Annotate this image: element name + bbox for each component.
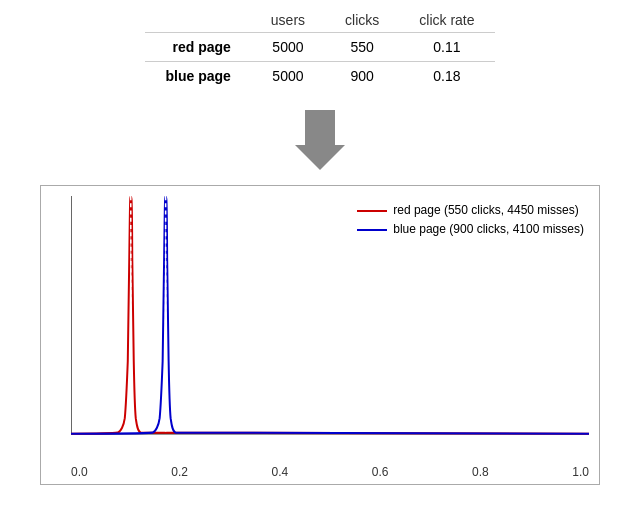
col-header-clickrate: click rate bbox=[399, 8, 494, 33]
arrow-section bbox=[0, 90, 640, 185]
table-row: blue page 5000 900 0.18 bbox=[145, 62, 494, 91]
x-axis-labels: 0.0 0.2 0.4 0.6 0.8 1.0 bbox=[71, 465, 589, 479]
row-label-blue: blue page bbox=[145, 62, 250, 91]
data-table: users clicks click rate red page 5000 55… bbox=[145, 8, 494, 90]
row-clickrate-blue: 0.18 bbox=[399, 62, 494, 91]
blue-curve bbox=[71, 197, 589, 434]
row-clicks-blue: 900 bbox=[325, 62, 399, 91]
down-arrow-icon bbox=[295, 110, 345, 170]
x-label-10: 1.0 bbox=[572, 465, 589, 479]
data-table-section: users clicks click rate red page 5000 55… bbox=[0, 0, 640, 90]
row-users-blue: 5000 bbox=[251, 62, 325, 91]
chart-svg bbox=[71, 196, 589, 444]
x-label-08: 0.8 bbox=[472, 465, 489, 479]
col-header-clicks: clicks bbox=[325, 8, 399, 33]
row-users-red: 5000 bbox=[251, 33, 325, 62]
x-label-02: 0.2 bbox=[171, 465, 188, 479]
x-label-0: 0.0 bbox=[71, 465, 88, 479]
table-row: red page 5000 550 0.11 bbox=[145, 33, 494, 62]
col-header-users: users bbox=[251, 8, 325, 33]
red-curve bbox=[71, 197, 589, 434]
chart-section: red page (550 clicks, 4450 misses) blue … bbox=[0, 185, 640, 485]
row-clicks-red: 550 bbox=[325, 33, 399, 62]
x-label-06: 0.6 bbox=[372, 465, 389, 479]
chart-inner bbox=[71, 196, 589, 444]
distribution-chart: red page (550 clicks, 4450 misses) blue … bbox=[40, 185, 600, 485]
col-header-label bbox=[145, 8, 250, 33]
row-label-red: red page bbox=[145, 33, 250, 62]
row-clickrate-red: 0.11 bbox=[399, 33, 494, 62]
svg-marker-0 bbox=[295, 110, 345, 170]
x-label-04: 0.4 bbox=[272, 465, 289, 479]
